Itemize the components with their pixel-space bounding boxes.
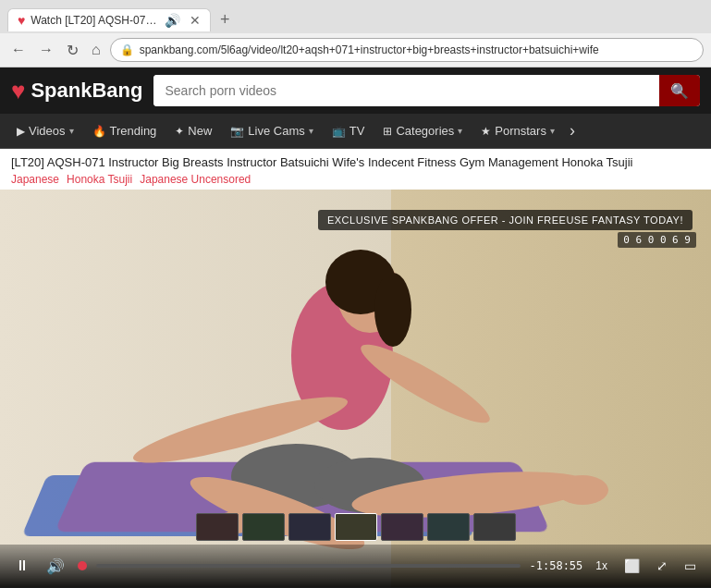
- miniplayer-button[interactable]: ▭: [680, 557, 700, 575]
- nav-label-videos: Videos: [29, 124, 66, 138]
- nav-item-new[interactable]: ✦ New: [165, 114, 221, 148]
- tv-icon: 📺: [332, 125, 346, 138]
- nav-item-livecams[interactable]: 📷 Live Cams ▾: [221, 114, 322, 148]
- videos-icon: ▶: [17, 125, 25, 138]
- active-tab[interactable]: ♥ Watch [LT20] AQSH-071 Ins 🔊 ✕: [7, 8, 211, 31]
- pornstars-icon: ★: [481, 125, 491, 138]
- record-indicator: [78, 561, 87, 570]
- browser-chrome: ♥ Watch [LT20] AQSH-071 Ins 🔊 ✕ + ← → ↻ …: [0, 0, 711, 67]
- categories-icon: ⊞: [383, 125, 392, 138]
- svg-point-10: [557, 475, 608, 505]
- nav-bar: ▶ Videos ▾ 🔥 Trending ✦ New 📷 Live Cams …: [0, 114, 711, 149]
- video-timer: 0 6 0 0 6 9: [618, 232, 696, 248]
- video-player[interactable]: EXCLUSIVE SPANKBANG OFFER - JOIN FREEUSE…: [0, 190, 711, 587]
- progress-bar[interactable]: [96, 564, 521, 568]
- back-button[interactable]: ←: [7, 40, 30, 60]
- tab-audio-icon: 🔊: [165, 13, 180, 28]
- nav-label-tv: TV: [349, 124, 365, 138]
- livecams-icon: 📷: [230, 125, 244, 138]
- player-controls: ⏸ 🔊 -1:58:55 1x ⬜ ⤢ ▭: [0, 545, 711, 587]
- search-button[interactable]: 🔍: [659, 75, 700, 106]
- tag-honoka-tsujii[interactable]: Honoka Tsujii: [67, 173, 132, 186]
- videos-dropdown-icon: ▾: [69, 126, 74, 136]
- pornstars-dropdown-icon: ▾: [550, 126, 555, 136]
- logo-name: SpankBang: [31, 79, 142, 103]
- trending-icon: 🔥: [92, 125, 106, 138]
- thumb-4[interactable]: [335, 513, 377, 541]
- thumb-5[interactable]: [381, 513, 423, 541]
- nav-item-pornstars[interactable]: ★ Pornstars ▾: [472, 114, 564, 148]
- address-bar[interactable]: 🔒 spankbang.com/5l6ag/video/lt20+aqsh+07…: [110, 38, 704, 62]
- time-remaining: -1:58:55: [530, 559, 583, 572]
- fullscreen-button[interactable]: ⤢: [653, 557, 671, 575]
- yoga-figure: [74, 245, 610, 550]
- search-input[interactable]: [153, 75, 659, 106]
- offer-banner: EXCLUSIVE SPANKBANG OFFER - JOIN FREEUSE…: [318, 210, 693, 230]
- video-info: [LT20] AQSH-071 Instructor Big Breasts I…: [0, 149, 711, 190]
- tab-title: Watch [LT20] AQSH-071 Ins: [31, 14, 159, 27]
- site-header: ♥ SpankBang 🔍: [0, 67, 711, 114]
- search-icon: 🔍: [670, 82, 689, 100]
- crop-button[interactable]: ⬜: [620, 557, 644, 575]
- address-bar-row: ← → ↻ ⌂ 🔒 spankbang.com/5l6ag/video/lt20…: [0, 33, 711, 67]
- tab-favicon: ♥: [18, 13, 25, 28]
- new-tab-button[interactable]: +: [215, 10, 236, 30]
- volume-button[interactable]: 🔊: [43, 556, 68, 577]
- nav-label-livecams: Live Cams: [248, 124, 304, 138]
- new-icon: ✦: [175, 125, 184, 138]
- nav-label-new: New: [188, 124, 212, 138]
- nav-item-tv[interactable]: 📺 TV: [323, 114, 374, 148]
- video-tags: Japanese Honoka Tsujii Japanese Uncensor…: [11, 173, 700, 186]
- tab-bar: ♥ Watch [LT20] AQSH-071 Ins 🔊 ✕ +: [0, 0, 711, 33]
- svg-point-3: [374, 273, 411, 347]
- video-title: [LT20] AQSH-071 Instructor Big Breasts I…: [11, 154, 700, 171]
- url-text: spankbang.com/5l6ag/video/lt20+aqsh+071+…: [140, 43, 693, 56]
- thumb-1[interactable]: [196, 513, 239, 541]
- logo-area[interactable]: ♥ SpankBang: [11, 77, 142, 105]
- thumb-6[interactable]: [427, 513, 470, 541]
- logo-heart-icon: ♥: [11, 77, 25, 105]
- livecams-dropdown-icon: ▾: [309, 126, 313, 136]
- nav-item-trending[interactable]: 🔥 Trending: [83, 114, 166, 148]
- nav-label-categories: Categories: [396, 124, 454, 138]
- speed-button[interactable]: 1x: [592, 559, 611, 572]
- nav-item-categories[interactable]: ⊞ Categories ▾: [374, 114, 472, 148]
- nav-more-icon[interactable]: ›: [564, 121, 581, 141]
- lock-icon: 🔒: [120, 43, 134, 56]
- thumb-7[interactable]: [473, 513, 516, 541]
- search-bar: 🔍: [153, 75, 700, 106]
- tab-close-button[interactable]: ✕: [190, 13, 201, 28]
- categories-dropdown-icon: ▾: [458, 126, 462, 136]
- tag-japanese-uncensored[interactable]: Japanese Uncensored: [140, 173, 251, 186]
- thumbnail-strip: [196, 513, 516, 541]
- nav-label-trending: Trending: [110, 124, 157, 138]
- forward-button[interactable]: →: [35, 40, 57, 60]
- nav-label-pornstars: Pornstars: [495, 124, 546, 138]
- refresh-button[interactable]: ↻: [63, 40, 82, 61]
- play-pause-button[interactable]: ⏸: [11, 556, 33, 576]
- home-button[interactable]: ⌂: [88, 40, 104, 60]
- thumb-2[interactable]: [242, 513, 285, 541]
- nav-item-videos[interactable]: ▶ Videos ▾: [7, 114, 83, 148]
- thumb-3[interactable]: [288, 513, 331, 541]
- tag-japanese[interactable]: Japanese: [11, 173, 59, 186]
